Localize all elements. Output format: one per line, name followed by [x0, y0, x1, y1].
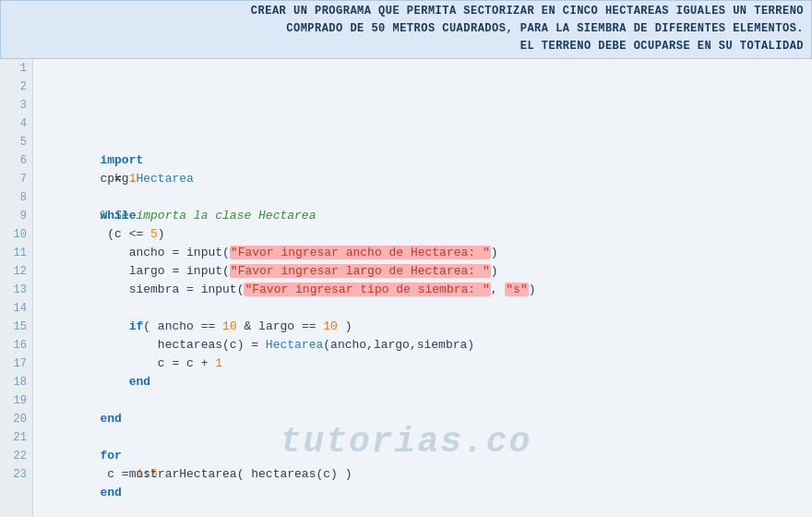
fn-input-12: input( — [201, 283, 245, 296]
indent-22: mostrarHectarea( hectareas(c) ) — [100, 467, 352, 481]
ln-9: 9 — [20, 207, 27, 225]
code-line-22: mostrarHectarea( hectareas(c) ) — [42, 447, 812, 465]
str-siembra: "Favor ingresar tipo de siembra: " — [244, 283, 490, 296]
ln-11: 11 — [14, 244, 27, 262]
ln-19: 19 — [14, 391, 27, 410]
num-1: 1 — [129, 172, 137, 186]
indent-15: hectareas(c) = — [100, 338, 265, 352]
if-paren: ) — [338, 319, 352, 333]
ln-1: 1 — [20, 59, 27, 78]
kw-while: while — [100, 209, 136, 222]
code-line-8: while (c <= 5) — [42, 188, 812, 207]
indent-17 — [100, 375, 128, 389]
code-line-6: c = 1 — [42, 151, 812, 170]
code-line-20 — [42, 410, 812, 428]
var-c-assign: c = — [100, 172, 128, 186]
ln-21: 21 — [14, 428, 27, 447]
num-10a: 10 — [222, 319, 237, 333]
if-amp: & largo == — [237, 319, 324, 333]
str-ancho: "Favor ingresar ancho de Hectarea: " — [230, 246, 491, 259]
kw-for: for — [100, 449, 121, 463]
num-5-while: 5 — [150, 227, 158, 241]
space — [100, 190, 107, 204]
kw-end-23: end — [100, 486, 121, 499]
code-area: 1 2 3 4 5 6 7 8 9 10 11 12 13 14 15 16 1… — [0, 59, 812, 517]
ln-3: 3 — [20, 96, 27, 114]
ln-12: 12 — [14, 262, 27, 281]
ln-18: 18 — [14, 373, 27, 391]
kw-import: import — [100, 153, 143, 167]
ln-15: 15 — [14, 318, 27, 336]
if-cond: ( ancho == — [143, 319, 222, 333]
ln-2: 2 — [20, 78, 27, 96]
code-line-4 — [42, 114, 812, 133]
kw-end-19: end — [100, 412, 121, 426]
num-10b: 10 — [323, 319, 338, 333]
comment-line-2: COMPRADO DE 50 METROS CUADRADOS, PARA LA… — [8, 20, 804, 38]
code-line-1 — [42, 59, 812, 78]
paren-close-10: ) — [491, 246, 498, 259]
ln-22: 22 — [14, 447, 27, 465]
code-line-5: import pkg.Hectarea % Se importa la clas… — [42, 133, 812, 151]
comment-block: CREAR UN PROGRAMA QUE PERMITA SECTORIZAR… — [0, 0, 812, 59]
indent-10: ancho = — [100, 246, 186, 259]
while-cond: (c <= — [100, 227, 150, 241]
comma-12: , — [491, 283, 506, 296]
num-1b: 1 — [215, 356, 222, 370]
indent-14 — [100, 319, 128, 333]
code-line-21: for c = 1:5 — [42, 428, 812, 447]
ln-7: 7 — [20, 170, 27, 188]
fn-input-10: input( — [186, 246, 230, 259]
ln-16: 16 — [14, 336, 27, 355]
hectarea-args: (ancho,largo,siembra) — [323, 338, 474, 352]
ln-17: 17 — [14, 355, 27, 373]
while-paren: ) — [158, 227, 165, 241]
ln-14: 14 — [14, 299, 27, 318]
ln-23: 23 — [14, 465, 27, 484]
ln-8: 8 — [20, 188, 27, 207]
fn-input-11: input( — [186, 264, 230, 278]
indent-16: c = c + — [100, 356, 215, 370]
indent-11: largo = — [100, 264, 186, 278]
code-line-2 — [42, 78, 812, 96]
class-hectarea-call: Hectarea — [266, 338, 323, 352]
code-line-14: if( ancho == 10 & largo == 10 ) — [42, 299, 812, 318]
ln-10: 10 — [14, 225, 27, 244]
str-largo: "Favor ingresar largo de Hectarea: " — [230, 264, 491, 278]
paren-close-11: ) — [491, 264, 498, 278]
ln-6: 6 — [20, 151, 27, 170]
ln-4: 4 — [20, 114, 27, 133]
comment-line-1: CREAR UN PROGRAMA QUE PERMITA SECTORIZAR… — [8, 3, 804, 20]
ln-20: 20 — [14, 410, 27, 428]
ln-13: 13 — [14, 281, 27, 299]
comment-line-3: EL TERRENO DEBE OCUPARSE EN SU TOTALIDAD — [8, 38, 804, 55]
import-class: Hectarea — [136, 172, 193, 186]
code-editor: CREAR UN PROGRAMA QUE PERMITA SECTORIZAR… — [0, 0, 812, 517]
code-line-18 — [42, 373, 812, 391]
kw-end-17: end — [129, 375, 150, 389]
kw-if: if — [129, 319, 144, 333]
ln-5: 5 — [20, 133, 27, 151]
code-line-19: end — [42, 391, 812, 410]
str-s: "s" — [505, 283, 528, 296]
code-line-3 — [42, 96, 812, 114]
paren-close-12: ) — [529, 283, 536, 296]
indent-12: siembra = — [100, 283, 200, 296]
code-content: import pkg.Hectarea % Se importa la clas… — [33, 59, 812, 517]
line-numbers: 1 2 3 4 5 6 7 8 9 10 11 12 13 14 15 16 1… — [0, 59, 33, 517]
